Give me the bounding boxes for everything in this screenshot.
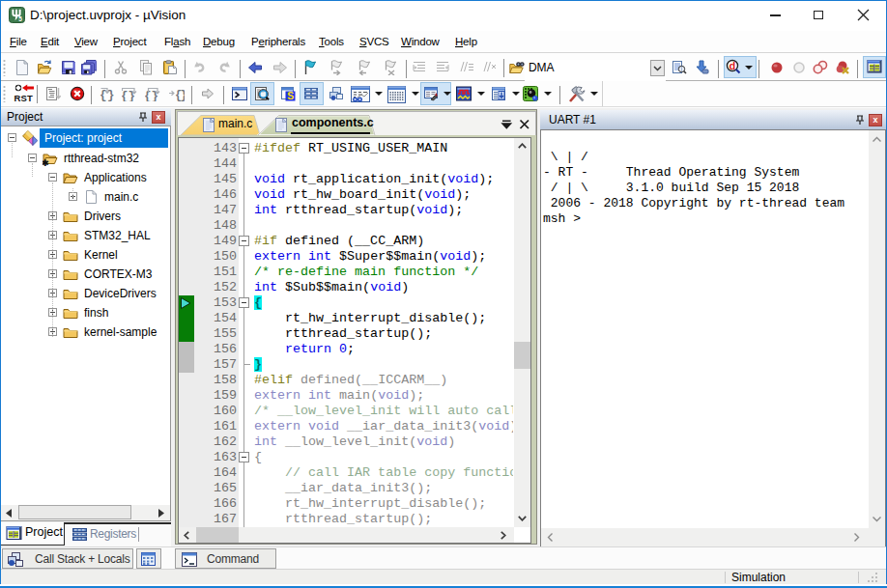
svg-text:5: 5 <box>18 15 22 22</box>
svg-text:RST: RST <box>14 93 34 102</box>
svg-text:✱: ✱ <box>43 158 49 166</box>
svg-text:d: d <box>730 60 736 71</box>
svg-text:}: } <box>107 89 115 101</box>
svg-text:}: } <box>181 89 186 101</box>
svg-text:S: S <box>287 90 294 101</box>
